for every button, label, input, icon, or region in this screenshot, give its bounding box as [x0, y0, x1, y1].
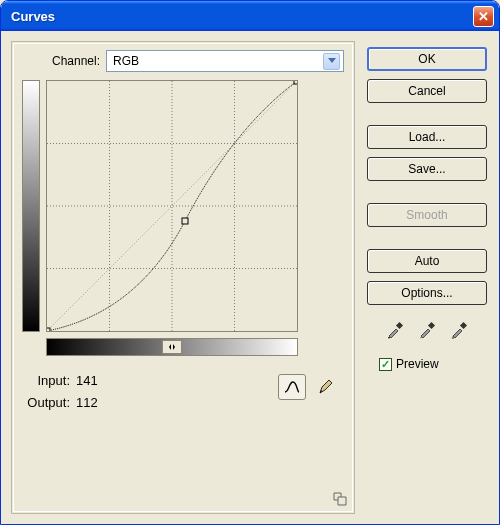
curve-graph[interactable] — [46, 80, 298, 332]
eyedropper-row — [367, 319, 487, 341]
graph-row — [22, 80, 344, 332]
pencil-icon — [317, 378, 335, 396]
eyedropper-icon — [417, 320, 437, 340]
h-gradient-row — [22, 338, 344, 356]
window-title: Curves — [11, 9, 55, 24]
options-button[interactable]: Options... — [367, 281, 487, 305]
curve-pencil-tool[interactable] — [312, 374, 340, 400]
channel-value: RGB — [113, 54, 139, 68]
curve-tools — [278, 374, 340, 400]
chevron-down-icon — [323, 53, 340, 70]
svg-rect-9 — [182, 218, 188, 224]
output-value: 112 — [76, 392, 98, 414]
eyedropper-icon — [449, 320, 469, 340]
preview-checkbox[interactable]: ✓ — [379, 358, 392, 371]
curves-dialog: Curves ✕ Channel: RGB — [0, 0, 500, 525]
output-label: Output: — [22, 392, 70, 414]
eyedropper-icon — [385, 320, 405, 340]
auto-button[interactable]: Auto — [367, 249, 487, 273]
close-icon: ✕ — [478, 9, 489, 24]
svg-rect-11 — [428, 322, 435, 329]
curve-icon — [283, 379, 301, 395]
preview-row: ✓ Preview — [379, 357, 487, 371]
save-button[interactable]: Save... — [367, 157, 487, 181]
black-point-eyedropper[interactable] — [384, 319, 406, 341]
curves-panel: Channel: RGB — [11, 41, 355, 514]
button-column: OK Cancel Load... Save... Smooth Auto Op… — [367, 41, 487, 514]
svg-rect-8 — [294, 81, 297, 84]
channel-label: Channel: — [52, 54, 100, 68]
check-icon: ✓ — [381, 359, 390, 370]
io-row: Input: 141 Output: 112 — [22, 370, 344, 414]
svg-rect-7 — [47, 328, 50, 331]
load-button[interactable]: Load... — [367, 125, 487, 149]
svg-line-6 — [47, 81, 297, 331]
curve-point-tool[interactable] — [278, 374, 306, 400]
titlebar[interactable]: Curves ✕ — [1, 1, 499, 31]
input-label: Input: — [22, 370, 70, 392]
vertical-gradient — [22, 80, 40, 332]
cancel-button[interactable]: Cancel — [367, 79, 487, 103]
channel-row: Channel: RGB — [52, 50, 344, 72]
dialog-content: Channel: RGB — [1, 31, 499, 524]
white-point-eyedropper[interactable] — [448, 319, 470, 341]
ok-button[interactable]: OK — [367, 47, 487, 71]
svg-rect-12 — [460, 322, 467, 329]
input-value: 141 — [76, 370, 98, 392]
io-values: Input: 141 Output: 112 — [22, 370, 98, 414]
channel-select[interactable]: RGB — [106, 50, 344, 72]
gray-point-eyedropper[interactable] — [416, 319, 438, 341]
gradient-midpoint-handle[interactable] — [162, 340, 182, 354]
resize-grip-icon[interactable] — [332, 491, 348, 507]
preview-label: Preview — [396, 357, 439, 371]
smooth-button: Smooth — [367, 203, 487, 227]
close-button[interactable]: ✕ — [473, 6, 494, 27]
svg-rect-10 — [396, 322, 403, 329]
horizontal-gradient[interactable] — [46, 338, 298, 356]
